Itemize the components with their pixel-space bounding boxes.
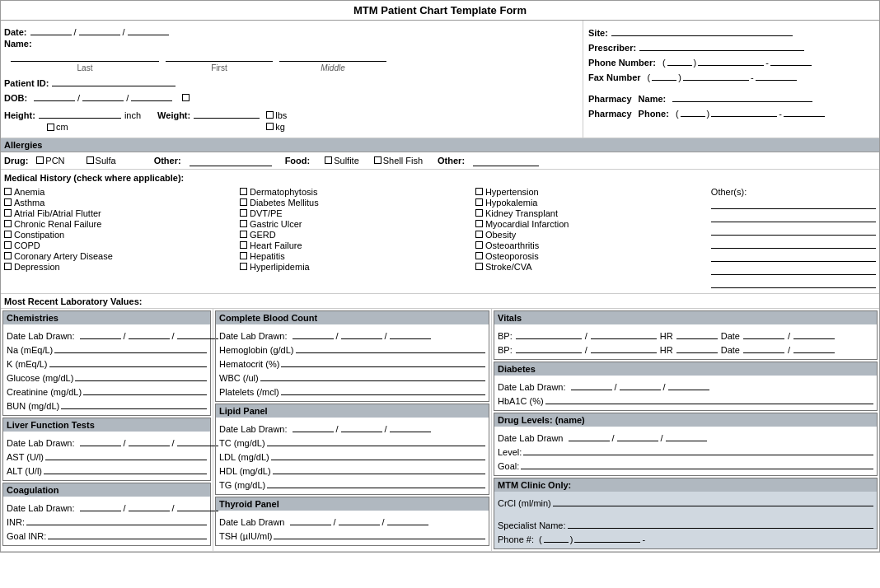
lipid-date1[interactable] [293,422,334,432]
med-cb[interactable] [4,263,12,270]
cbc-date1[interactable] [293,329,334,339]
cbc-date3[interactable] [390,329,431,339]
shellfish-cb[interactable] [374,156,381,164]
med-cb[interactable] [475,231,483,238]
weight-field[interactable] [194,107,260,119]
mtm-phone-num[interactable] [574,532,640,543]
bp2-val2[interactable] [591,343,657,353]
glucose-value[interactable] [75,371,207,381]
other-line3[interactable] [711,224,876,236]
cbc-date2[interactable] [341,329,382,339]
bp-date1-1[interactable] [743,329,784,339]
goal-value[interactable] [521,459,873,469]
level-value[interactable] [523,445,873,455]
other-line5[interactable] [711,250,876,262]
bp-date2-1[interactable] [743,343,784,353]
med-cb[interactable] [4,209,12,217]
pharm-phone-num[interactable] [711,106,777,117]
wbc-value[interactable] [260,371,485,381]
tg-value[interactable] [267,478,485,488]
fax-ext[interactable] [756,69,797,81]
med-cb[interactable] [4,198,12,206]
med-cb[interactable] [475,252,483,259]
plt-value[interactable] [281,385,485,395]
tc-value[interactable] [267,436,485,446]
kg-cb[interactable] [266,123,274,130]
thyroid-date2[interactable] [339,515,380,525]
bp2-val1[interactable] [516,343,582,353]
other-line1[interactable] [711,198,876,209]
dob-field1[interactable] [34,90,75,101]
hr2-val[interactable] [676,343,718,353]
med-cb[interactable] [4,231,12,238]
liver-date1[interactable] [80,436,121,446]
liver-date3[interactable] [177,436,218,446]
crcl-value[interactable] [553,496,873,506]
specialist-value[interactable] [568,518,873,529]
other-allergy-field[interactable] [190,155,272,166]
med-cb[interactable] [475,209,483,217]
diab-date1[interactable] [571,380,612,390]
other-line2[interactable] [711,211,876,222]
med-cb[interactable] [4,252,12,259]
k-value[interactable] [49,357,207,367]
med-cb[interactable] [240,241,247,249]
bp1-val2[interactable] [591,329,657,339]
phone-num[interactable] [698,55,764,66]
hgb-value[interactable] [296,343,486,353]
site-field[interactable] [611,25,793,36]
ast-value[interactable] [45,450,207,460]
fax-num[interactable] [683,70,749,81]
chem-date3[interactable] [177,329,218,339]
alt-value[interactable] [44,464,207,474]
diab-date3[interactable] [668,380,709,390]
med-cb[interactable] [475,198,483,206]
prescriber-field[interactable] [639,40,804,51]
last-name-field[interactable] [11,50,159,62]
coag-date1[interactable] [80,501,121,511]
height-field[interactable] [39,107,121,119]
coag-date2[interactable] [129,501,170,511]
drug-date1[interactable] [569,431,610,441]
dob-field3[interactable] [131,90,172,101]
med-cb[interactable] [240,198,247,206]
med-cb[interactable] [240,220,247,227]
date-field[interactable] [30,24,72,35]
med-cb[interactable] [475,241,483,249]
phone-area[interactable] [667,55,692,66]
drug-date2[interactable] [617,431,658,441]
fax-area[interactable] [652,70,676,81]
bun-value[interactable] [61,399,207,409]
chem-date1[interactable] [80,329,121,339]
hr1-val[interactable] [676,329,718,339]
med-cb[interactable] [240,188,247,195]
pharm-phone-ext[interactable] [784,105,825,117]
med-cb[interactable] [240,209,247,217]
pharm-phone-area[interactable] [681,106,705,117]
med-cb[interactable] [240,252,247,259]
food-other-field[interactable] [473,155,539,166]
goal-inr-value[interactable] [48,529,207,539]
dob-field2[interactable] [82,90,124,101]
first-name-field[interactable] [166,50,273,62]
lbs-cb[interactable] [266,111,274,119]
chem-date2[interactable] [129,329,170,339]
other-line4[interactable] [711,237,876,249]
thyroid-date3[interactable] [387,515,428,525]
tsh-value[interactable] [274,529,485,539]
other-line7[interactable] [711,277,876,288]
date-field2[interactable] [79,24,120,35]
pharmacy-name-field[interactable] [672,91,812,102]
date-field3[interactable] [128,24,169,35]
med-cb[interactable] [475,263,483,270]
hct-value[interactable] [281,357,485,367]
sulfite-cb[interactable] [325,156,332,164]
liver-date2[interactable] [129,436,170,446]
drug-date3[interactable] [666,431,707,441]
mtm-phone-area[interactable] [544,532,569,543]
phone-ext[interactable] [770,54,812,66]
med-cb[interactable] [240,231,247,238]
lipid-date3[interactable] [390,422,431,432]
other-line6[interactable] [711,264,876,275]
thyroid-date1[interactable] [290,515,331,525]
